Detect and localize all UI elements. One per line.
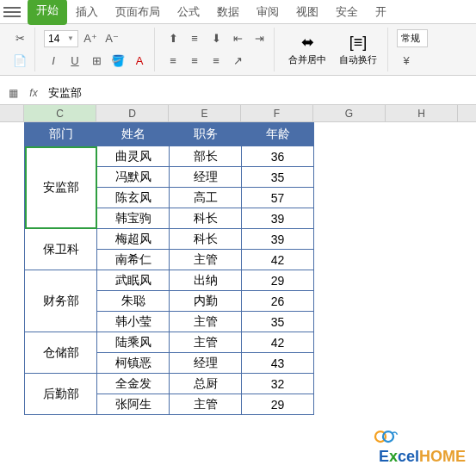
column-headers: CDEFGH (0, 105, 476, 122)
cell-role[interactable]: 高工 (170, 188, 242, 208)
align-middle-button[interactable]: ≡ (185, 29, 204, 48)
cell-role[interactable]: 科长 (170, 208, 242, 229)
italic-button[interactable]: I (44, 52, 63, 71)
dropdown-icon: ▼ (67, 34, 74, 42)
font-size-select[interactable]: 14 ▼ (44, 30, 78, 47)
wrap-icon: [≡] (349, 34, 368, 52)
tab-开始[interactable]: 开始 (28, 0, 67, 25)
tab-插入[interactable]: 插入 (67, 0, 107, 25)
cell-name[interactable]: 全金发 (97, 374, 170, 394)
underline-button[interactable]: U (65, 52, 84, 71)
cell-role[interactable]: 主管 (170, 250, 242, 270)
cell-role[interactable]: 经理 (170, 353, 242, 374)
cell-role[interactable]: 科长 (170, 229, 242, 250)
border-button[interactable]: ⊞ (87, 52, 106, 71)
fill-color-button[interactable]: 🪣 (108, 52, 127, 71)
col-header-E[interactable]: E (169, 105, 241, 121)
align-top-button[interactable]: ⬆ (164, 29, 182, 48)
currency-button[interactable]: ¥ (397, 51, 416, 70)
dept-cell[interactable]: 安监部 (25, 146, 97, 229)
tab-数据[interactable]: 数据 (208, 0, 248, 25)
cell-name[interactable]: 武眠风 (97, 270, 170, 291)
cell-role[interactable]: 内勤 (170, 291, 242, 312)
cell-age[interactable]: 26 (242, 291, 314, 312)
tab-安全[interactable]: 安全 (327, 0, 367, 25)
align-left-button[interactable]: ≡ (164, 52, 182, 71)
dept-cell[interactable]: 后勤部 (25, 374, 97, 415)
table-header[interactable]: 部门 (25, 123, 97, 146)
merge-icon: ⬌ (301, 33, 314, 52)
align-group: ⬆ ≡ ⬇ ⇤ ⇥ ≡ ≡ ≡ ↗ (158, 28, 275, 71)
cell-age[interactable]: 29 (242, 394, 314, 415)
cell-age[interactable]: 42 (242, 250, 314, 270)
cell-name[interactable]: 韩宝驹 (97, 208, 170, 229)
cell-role[interactable]: 主管 (170, 312, 242, 332)
table-header[interactable]: 姓名 (97, 123, 170, 146)
cell-age[interactable]: 42 (242, 332, 314, 353)
col-header-C[interactable]: C (24, 105, 96, 121)
cell-name[interactable]: 曲灵风 (97, 146, 170, 167)
cell-age[interactable]: 32 (242, 374, 314, 394)
toolbar: ✂ 📄 14 ▼ A⁺ A⁻ I U ⊞ 🪣 A ⬆ ≡ ⬇ ⇤ ⇥ (0, 24, 476, 76)
wrap-text-button[interactable]: [≡] 自动换行 (334, 32, 382, 68)
orientation-button[interactable]: ↗ (228, 52, 247, 71)
select-all-corner[interactable] (0, 105, 24, 121)
cell-name[interactable]: 韩小莹 (97, 312, 170, 332)
cell-age[interactable]: 57 (242, 188, 314, 208)
cell-age[interactable]: 35 (242, 312, 314, 332)
align-center-button[interactable]: ≡ (185, 52, 204, 71)
cell-name[interactable]: 冯默风 (97, 167, 170, 188)
increase-font-button[interactable]: A⁺ (81, 29, 100, 48)
cell-role[interactable]: 部长 (170, 146, 242, 167)
cell-name[interactable]: 柯镇恶 (97, 353, 170, 374)
dept-cell[interactable]: 仓储部 (25, 332, 97, 374)
menu-icon[interactable] (3, 3, 21, 21)
indent-left-button[interactable]: ⇤ (228, 29, 247, 48)
col-header-H[interactable]: H (386, 105, 458, 121)
dept-cell[interactable]: 财务部 (25, 270, 97, 332)
decrease-font-button[interactable]: A⁻ (102, 29, 121, 48)
col-header-G[interactable]: G (313, 105, 386, 121)
cell-age[interactable]: 39 (242, 208, 314, 229)
fx-icon[interactable]: fx (26, 85, 41, 101)
cell-name[interactable]: 陆乘风 (97, 332, 170, 353)
cell-age[interactable]: 36 (242, 146, 314, 167)
cell-role[interactable]: 出纳 (170, 270, 242, 291)
tab-审阅[interactable]: 审阅 (248, 0, 287, 25)
cell-age[interactable]: 39 (242, 229, 314, 250)
name-box-icon[interactable]: ▦ (5, 85, 21, 101)
number-format-select[interactable]: 常规 (397, 29, 428, 47)
cell-age[interactable]: 43 (242, 353, 314, 374)
watermark-text: ExcelHOME (379, 448, 466, 466)
font-color-button[interactable]: A (130, 52, 149, 71)
tab-页面布局[interactable]: 页面布局 (107, 0, 169, 25)
align-right-button[interactable]: ≡ (207, 52, 226, 71)
cell-role[interactable]: 主管 (170, 394, 242, 415)
cell-name[interactable]: 陈玄风 (97, 188, 170, 208)
wrap-label: 自动换行 (339, 53, 377, 66)
cut-button[interactable]: ✂ (10, 29, 29, 48)
cell-name[interactable]: 梅超风 (97, 229, 170, 250)
cell-role[interactable]: 经理 (170, 167, 242, 188)
indent-right-button[interactable]: ⇥ (250, 29, 269, 48)
table-row: 仓储部陆乘风主管42 (25, 332, 314, 353)
cell-name[interactable]: 张阿生 (97, 394, 170, 415)
cell-role[interactable]: 主管 (170, 332, 242, 353)
cell-age[interactable]: 35 (242, 167, 314, 188)
col-header-F[interactable]: F (241, 105, 313, 121)
cell-age[interactable]: 29 (242, 270, 314, 291)
dept-cell[interactable]: 保卫科 (25, 229, 97, 270)
tab-公式[interactable]: 公式 (169, 0, 208, 25)
merge-center-button[interactable]: ⬌ 合并居中 (283, 31, 331, 68)
cell-name[interactable]: 朱聪 (97, 291, 170, 312)
cell-name[interactable]: 南希仁 (97, 250, 170, 270)
copy-button[interactable]: 📄 (10, 52, 29, 71)
col-header-D[interactable]: D (96, 105, 169, 121)
tab-视图[interactable]: 视图 (287, 0, 327, 25)
table-header[interactable]: 年龄 (242, 123, 314, 146)
table-header[interactable]: 职务 (170, 123, 242, 146)
tab-开[interactable]: 开 (367, 0, 395, 25)
cell-role[interactable]: 总厨 (170, 374, 242, 394)
align-bottom-button[interactable]: ⬇ (207, 29, 226, 48)
formula-input[interactable] (46, 84, 471, 101)
